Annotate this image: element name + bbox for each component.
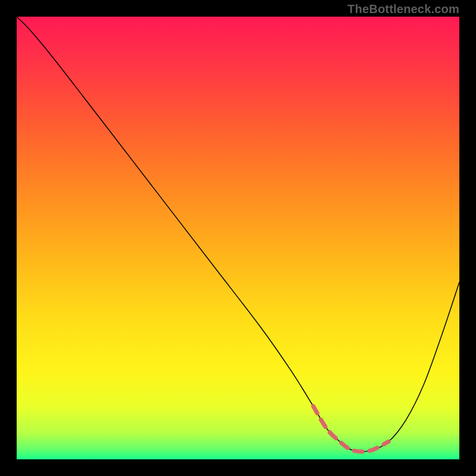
- chart-svg: [17, 17, 459, 459]
- plot-area: [17, 17, 459, 459]
- chart-container: TheBottleneck.com: [0, 0, 476, 476]
- gradient-background: [17, 17, 459, 459]
- watermark-text: TheBottleneck.com: [347, 2, 459, 16]
